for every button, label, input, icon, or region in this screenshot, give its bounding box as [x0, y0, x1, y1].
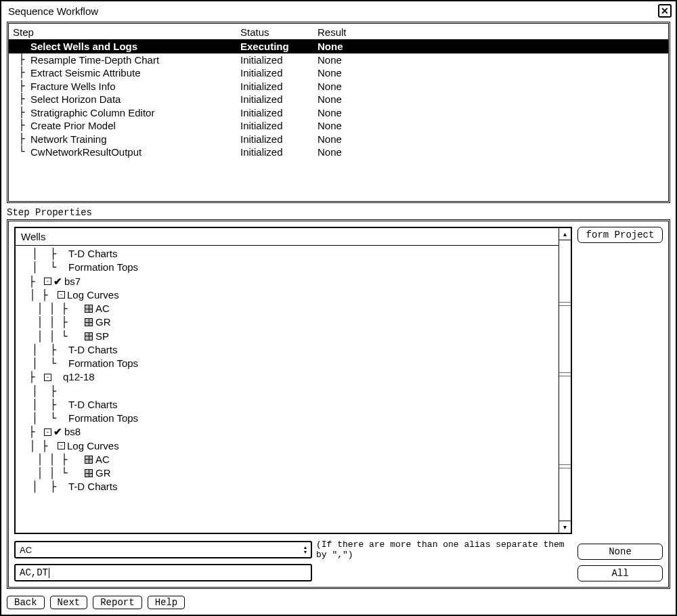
step-name: CwNetworkResultOutput — [30, 146, 141, 159]
collapse-icon[interactable]: - — [58, 291, 65, 299]
step-result: None — [318, 40, 668, 53]
alias-hint: (If there are more than one alias separa… — [316, 540, 572, 560]
alias-combo[interactable]: AC ▴▾ — [14, 541, 312, 558]
step-row[interactable]: ├Create Prior Model Initialized None — [9, 119, 668, 133]
checkmark-icon: ✔ — [53, 275, 62, 288]
grid-icon — [85, 332, 93, 340]
tree-node-td-charts[interactable]: │ ├T-D Charts — [16, 343, 559, 357]
tree-node-bs8[interactable]: ├-✔bs8 — [16, 425, 559, 439]
checkmark-icon: ✔ — [53, 425, 62, 439]
window-title: Sequence Workflow — [8, 5, 98, 17]
tree-node-log-curves[interactable]: │ ├-Log Curves — [16, 439, 559, 453]
step-result: None — [318, 133, 668, 146]
side-buttons: form Project None All — [577, 227, 663, 581]
step-row[interactable]: Select Wells and Logs Executing None — [9, 40, 668, 53]
tree-node-td-charts[interactable]: │ ├T-D Charts — [16, 398, 559, 412]
step-status: Initialized — [240, 66, 318, 80]
step-result: None — [318, 119, 668, 133]
header-result: Result — [318, 26, 668, 38]
tree-node-ac[interactable]: │ │ ├AC — [16, 453, 559, 466]
alias-input-value: AC,DT — [20, 567, 48, 578]
form-project-button[interactable]: form Project — [577, 227, 663, 243]
step-row[interactable]: ├Select Horizon Data Initialized None — [9, 93, 668, 106]
step-status: Initialized — [240, 146, 318, 159]
scroll-down-button[interactable]: ▾ — [559, 521, 571, 533]
step-row[interactable]: ├Extract Seismic Attribute Initialized N… — [9, 66, 668, 80]
step-status: Initialized — [240, 93, 318, 106]
step-name: Network Training — [30, 133, 107, 146]
close-button[interactable]: ✕ — [658, 4, 672, 18]
wells-tree-box: Wells │ ├T-D Charts │ └Formation Tops ├-… — [14, 227, 572, 534]
step-row[interactable]: └CwNetworkResultOutput Initialized None — [9, 146, 668, 159]
back-button[interactable]: Back — [7, 596, 45, 609]
report-button[interactable]: Report — [93, 596, 141, 609]
step-status: Initialized — [240, 133, 318, 146]
step-row[interactable]: ├Network Training Initialized None — [9, 133, 668, 146]
scroll-thumb[interactable] — [559, 302, 571, 306]
tree-node-log-curves[interactable]: │ ├-Log Curves — [16, 288, 559, 302]
step-name: Create Prior Model — [30, 119, 116, 133]
combo-value: AC — [20, 545, 32, 555]
step-properties-label: Step Properties — [1, 206, 676, 219]
grid-icon — [85, 305, 93, 313]
wells-tree[interactable]: │ ├T-D Charts │ └Formation Tops ├-✔bs7 │… — [16, 246, 559, 533]
tree-node-q12-18[interactable]: ├-q12-18 — [16, 370, 559, 384]
spinner-icon[interactable]: ▴▾ — [304, 545, 307, 554]
header-step: Step — [13, 26, 240, 38]
wells-tree-title: Wells — [16, 228, 559, 246]
step-row[interactable]: ├Fracture Wells Info Initialized None — [9, 80, 668, 93]
tree-node-sp[interactable]: │ │ └SP — [16, 330, 559, 343]
all-button[interactable]: All — [577, 565, 663, 581]
step-result: None — [318, 93, 668, 106]
step-status: Initialized — [240, 106, 318, 120]
step-name: Select Wells and Logs — [30, 40, 137, 53]
tree-node-empty[interactable]: │ ├ — [16, 384, 559, 398]
step-result: None — [318, 80, 668, 93]
step-row[interactable]: ├Resample Time-Depth Chart Initialized N… — [9, 53, 668, 67]
tree-node-ac[interactable]: │ │ ├AC — [16, 302, 559, 315]
step-properties-panel: Wells │ ├T-D Charts │ └Formation Tops ├-… — [7, 219, 670, 589]
header-status: Status — [240, 26, 318, 38]
step-row[interactable]: ├Stratigraphic Column Editor Initialized… — [9, 106, 668, 120]
tree-node-td-charts[interactable]: │ ├T-D Charts — [16, 247, 559, 261]
step-name: Stratigraphic Column Editor — [30, 106, 154, 120]
help-button[interactable]: Help — [148, 596, 185, 609]
grid-icon — [85, 318, 93, 326]
workflow-steps-panel: Step Status Result Select Wells and Logs… — [7, 22, 670, 203]
step-name: Resample Time-Depth Chart — [30, 53, 159, 67]
step-result: None — [318, 146, 668, 159]
scroll-track[interactable] — [559, 240, 571, 521]
collapse-icon[interactable]: - — [44, 374, 51, 381]
step-name: Fracture Wells Info — [30, 80, 116, 93]
alias-input[interactable]: AC,DT — [14, 564, 312, 581]
scroll-thumb[interactable] — [559, 372, 571, 376]
collapse-icon[interactable]: - — [44, 278, 51, 285]
tree-node-bs7[interactable]: ├-✔bs7 — [16, 275, 559, 288]
step-result: None — [318, 66, 668, 80]
tree-node-formation-tops[interactable]: │ └Formation Tops — [16, 412, 559, 425]
footer-buttons: Back Next Report Help — [1, 592, 676, 615]
scroll-up-button[interactable]: ▴ — [559, 228, 571, 240]
steps-header: Step Status Result — [9, 24, 668, 40]
step-name: Select Horizon Data — [30, 93, 121, 106]
none-button[interactable]: None — [577, 544, 663, 560]
tree-node-gr[interactable]: │ │ ├GR — [16, 315, 559, 329]
wells-scrollbar[interactable]: ▴ ▾ — [559, 228, 571, 533]
step-result: None — [318, 53, 668, 67]
scroll-thumb[interactable] — [559, 464, 571, 468]
titlebar: Sequence Workflow ✕ — [1, 1, 676, 18]
tree-node-gr[interactable]: │ │ └GR — [16, 466, 559, 480]
tree-node-formation-tops[interactable]: │ └Formation Tops — [16, 357, 559, 370]
step-name: Extract Seismic Attribute — [30, 66, 141, 80]
step-status: Initialized — [240, 119, 318, 133]
step-status: Initialized — [240, 53, 318, 67]
text-cursor — [49, 568, 49, 578]
tree-node-formation-tops[interactable]: │ └Formation Tops — [16, 261, 559, 274]
sequence-workflow-window: Sequence Workflow ✕ Step Status Result S… — [0, 0, 677, 616]
step-status: Initialized — [240, 80, 318, 93]
step-status: Executing — [240, 40, 318, 53]
collapse-icon[interactable]: - — [58, 442, 65, 449]
next-button[interactable]: Next — [50, 596, 88, 609]
collapse-icon[interactable]: - — [44, 428, 51, 436]
tree-node-td-charts[interactable]: │ ├T-D Charts — [16, 480, 559, 493]
